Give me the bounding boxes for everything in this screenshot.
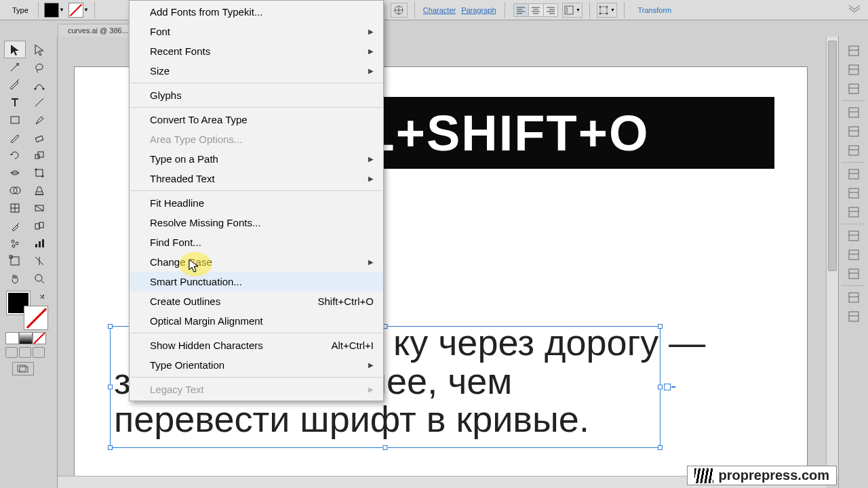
menu-item[interactable]: Size▶	[130, 61, 383, 81]
selection-tool[interactable]	[4, 41, 26, 58]
swap-fill-stroke-icon[interactable]: ⤭	[39, 293, 45, 300]
svg-point-45	[16, 242, 18, 245]
svg-rect-20	[600, 7, 607, 14]
navigator-panel-icon[interactable]	[844, 308, 864, 325]
svg-point-22	[606, 5, 608, 7]
resize-handle[interactable]	[108, 385, 113, 390]
lasso-tool[interactable]	[28, 58, 50, 76]
brushes-panel-icon[interactable]	[844, 104, 864, 121]
curvature-tool[interactable]	[28, 76, 50, 94]
blend-tool[interactable]	[28, 217, 50, 235]
symbol-sprayer-tool[interactable]	[4, 235, 26, 252]
menu-item[interactable]: Add Fonts from Typekit...	[130, 2, 383, 22]
pencil-tool[interactable]	[4, 129, 26, 146]
transform-panel-link[interactable]: Transform	[638, 6, 672, 14]
resize-handle[interactable]	[108, 445, 113, 450]
menu-item[interactable]: Type on a Path▶	[130, 149, 383, 169]
align-right-button[interactable]	[543, 3, 558, 17]
menu-item[interactable]: Create OutlinesShift+Ctrl+O	[130, 291, 383, 311]
menu-item[interactable]: Threaded Text▶	[130, 169, 383, 188]
resize-handle[interactable]	[383, 445, 388, 450]
color-gradient-button[interactable]	[19, 332, 33, 344]
pathfinder-panel-icon[interactable]	[844, 289, 864, 306]
align-menu-button[interactable]	[391, 3, 408, 18]
fill-stroke-control[interactable]: ⤭	[7, 291, 47, 329]
svg-line-28	[35, 98, 43, 106]
resize-handle[interactable]	[108, 324, 113, 329]
artboard-tool[interactable]	[4, 252, 26, 270]
color-none-button[interactable]	[33, 332, 46, 344]
align-panel-icon[interactable]	[844, 265, 864, 283]
free-transform-tool[interactable]	[28, 164, 50, 182]
appearance-panel-icon[interactable]	[844, 203, 864, 221]
perspective-tool[interactable]	[28, 182, 50, 199]
swatches-panel-icon[interactable]	[844, 80, 864, 98]
scrollbar-thumb[interactable]	[828, 41, 837, 271]
eyedropper-tool[interactable]	[4, 217, 26, 235]
touch-type-button[interactable]: ▼	[597, 3, 617, 18]
scale-tool[interactable]	[28, 146, 50, 164]
draw-behind-button[interactable]	[19, 347, 31, 358]
fill-swatch-menu[interactable]: ▼	[59, 3, 64, 18]
rotate-tool[interactable]	[4, 146, 26, 164]
bullets-button[interactable]: ▼	[562, 3, 583, 18]
line-segment-tool[interactable]	[28, 94, 50, 111]
stroke-panel-icon[interactable]	[844, 142, 864, 159]
svg-rect-30	[35, 136, 43, 142]
pen-tool[interactable]	[4, 76, 26, 94]
magic-wand-tool[interactable]	[4, 58, 26, 76]
menu-item[interactable]: Smart Punctuation...	[130, 272, 383, 291]
vertical-scrollbar[interactable]	[826, 37, 838, 476]
gradient-tool[interactable]	[28, 199, 50, 217]
gradient-panel-icon[interactable]	[844, 165, 864, 183]
color-panel-icon[interactable]	[844, 42, 864, 60]
symbols-panel-icon[interactable]	[844, 123, 864, 140]
draw-normal-button[interactable]	[5, 347, 18, 358]
stroke-color-box[interactable]	[24, 306, 47, 329]
menu-item[interactable]: Fit Headline	[130, 193, 383, 213]
character-panel-link[interactable]: Character	[423, 6, 456, 14]
rectangle-tool[interactable]	[4, 111, 26, 129]
graphic-styles-panel-icon[interactable]	[844, 227, 864, 245]
shape-builder-tool[interactable]	[4, 182, 26, 199]
menu-item-label: Create Outlines	[150, 293, 220, 310]
stroke-swatch[interactable]	[68, 3, 83, 18]
direct-selection-tool[interactable]	[28, 41, 50, 58]
transparency-panel-icon[interactable]	[844, 184, 864, 202]
menu-item[interactable]: Optical Margin Alignment	[130, 311, 383, 331]
align-left-button[interactable]	[513, 3, 528, 17]
draw-inside-button[interactable]	[33, 347, 45, 358]
paragraph-panel-link[interactable]: Paragraph	[461, 6, 496, 14]
screen-mode-button[interactable]	[12, 362, 34, 375]
hand-tool[interactable]	[4, 270, 26, 287]
type-tool[interactable]	[4, 94, 26, 111]
svg-rect-47	[35, 244, 37, 247]
menu-item[interactable]: Type Orientation▶	[130, 355, 383, 375]
document-tab[interactable]: curves.ai @ 386...	[58, 24, 138, 37]
menu-item[interactable]: Resolve Missing Fonts...	[130, 213, 383, 232]
layers-panel-icon[interactable]	[844, 246, 864, 264]
width-tool[interactable]	[4, 164, 26, 182]
menu-item[interactable]: Recent Fonts▶	[130, 41, 383, 61]
zoom-tool[interactable]	[28, 270, 50, 287]
slice-tool[interactable]	[28, 252, 50, 270]
menu-item[interactable]: Font▶	[130, 22, 383, 41]
menu-item[interactable]: Glyphs	[130, 85, 383, 105]
align-center-button[interactable]	[528, 3, 543, 17]
color-guide-panel-icon[interactable]	[844, 61, 864, 79]
menu-item[interactable]: Convert To Area Type	[130, 110, 383, 129]
svg-rect-31	[35, 155, 39, 159]
eraser-tool[interactable]	[28, 129, 50, 146]
column-graph-tool[interactable]	[28, 235, 50, 252]
menu-separator	[130, 190, 382, 191]
stroke-swatch-menu[interactable]: ▼	[83, 3, 89, 18]
paintbrush-tool[interactable]	[28, 111, 50, 129]
fill-swatch[interactable]	[44, 3, 59, 18]
menu-item[interactable]: Show Hidden CharactersAlt+Ctrl+I	[130, 336, 383, 355]
resize-handle[interactable]	[658, 445, 663, 450]
color-solid-button[interactable]	[5, 332, 19, 344]
menu-item[interactable]: Change Case▶	[130, 252, 383, 272]
mesh-tool[interactable]	[4, 199, 26, 217]
collapse-options-icon[interactable]	[848, 3, 861, 15]
menu-item[interactable]: Find Font...	[130, 232, 383, 252]
